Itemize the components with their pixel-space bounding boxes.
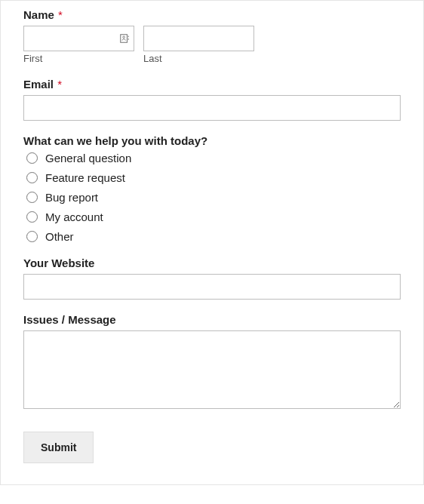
email-label: Email * — [23, 78, 401, 91]
message-label: Issues / Message — [23, 313, 401, 326]
email-input[interactable] — [23, 95, 401, 121]
help-topic-radio-group: General question Feature request Bug rep… — [23, 152, 401, 243]
radio-row-bug-report: Bug report — [23, 191, 401, 204]
radio-row-my-account: My account — [23, 211, 401, 223]
last-name-sublabel: Last — [143, 53, 254, 64]
email-label-text: Email — [23, 78, 54, 91]
radio-my-account[interactable] — [26, 211, 38, 223]
support-form: Name * First Last — [0, 0, 424, 485]
first-name-col: First — [23, 26, 134, 64]
email-field-block: Email * — [23, 78, 401, 121]
name-label-text: Name — [23, 8, 54, 21]
last-name-input[interactable] — [143, 26, 254, 51]
help-topic-block: What can we help you with today? General… — [23, 134, 401, 243]
name-label: Name * — [23, 8, 401, 21]
radio-row-other: Other — [23, 230, 401, 243]
submit-button[interactable]: Submit — [23, 432, 94, 463]
message-textarea[interactable] — [23, 330, 401, 409]
radio-label-my-account[interactable]: My account — [45, 211, 103, 223]
first-name-input[interactable] — [23, 26, 134, 51]
first-name-input-wrap — [23, 26, 134, 51]
name-field-block: Name * First Last — [23, 8, 401, 64]
radio-row-feature-request: Feature request — [23, 171, 401, 184]
message-field-block: Issues / Message — [23, 313, 401, 412]
radio-row-general-question: General question — [23, 152, 401, 164]
required-marker: * — [58, 8, 63, 21]
radio-other[interactable] — [26, 231, 38, 242]
required-marker: * — [57, 78, 62, 91]
radio-bug-report[interactable] — [26, 192, 38, 203]
first-name-sublabel: First — [23, 53, 134, 64]
radio-label-general-question[interactable]: General question — [45, 152, 131, 164]
website-label: Your Website — [23, 257, 401, 269]
last-name-col: Last — [143, 26, 254, 64]
website-input[interactable] — [23, 274, 401, 300]
name-row: First Last — [23, 26, 401, 64]
radio-label-other[interactable]: Other — [45, 230, 74, 243]
radio-feature-request[interactable] — [26, 172, 38, 183]
website-field-block: Your Website — [23, 257, 401, 300]
radio-label-feature-request[interactable]: Feature request — [45, 171, 125, 184]
radio-general-question[interactable] — [26, 152, 38, 164]
radio-label-bug-report[interactable]: Bug report — [45, 191, 98, 204]
help-topic-label: What can we help you with today? — [23, 134, 401, 147]
